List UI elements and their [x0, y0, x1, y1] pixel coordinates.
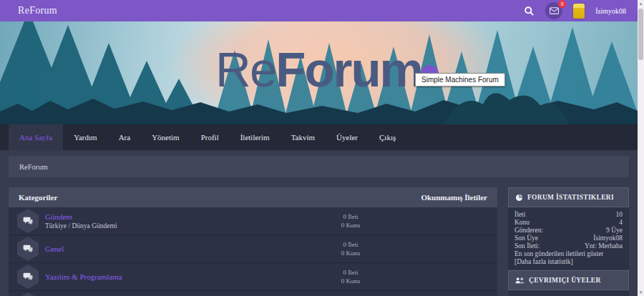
pie-chart-icon	[515, 194, 523, 202]
site-title-link[interactable]: ReForum	[18, 5, 57, 16]
board-description: Türkiye / Dünya Gündemi	[45, 222, 311, 230]
stat-row: Gönderen: 9 Üye	[514, 227, 623, 235]
board-icon-hex	[17, 292, 39, 296]
breadcrumb: ReForum	[9, 156, 629, 177]
nav-item-calendar[interactable]: Takvim	[280, 124, 326, 150]
chat-bubbles-icon	[23, 217, 33, 225]
stat-label: Konu	[514, 219, 530, 227]
board-stats: 0 İleti 0 Konu	[311, 240, 390, 257]
messages-button[interactable]: 0	[545, 2, 562, 19]
logo-text-bold: Forum	[275, 42, 422, 97]
scrollbar-thumb[interactable]	[638, 9, 643, 60]
page-scrollbar[interactable]: ▲ ▼	[638, 0, 644, 296]
nav-item-messages[interactable]: İletilerim	[230, 124, 280, 150]
board-row-yazilim: Yazılım & Programlama 0 İleti 0 Konu	[9, 263, 497, 291]
logo-text-light: Re	[215, 42, 275, 97]
unread-posts-link[interactable]: Okunmamış İletiler	[421, 193, 487, 202]
board-link[interactable]: Yazılım & Programlama	[45, 272, 311, 281]
categories-title: Kategoriler	[19, 193, 57, 202]
chat-bubbles-icon	[23, 272, 33, 281]
nav-item-members[interactable]: Üyeler	[326, 124, 369, 150]
stat-row: Son İleti: Ynt: Merhaba	[514, 242, 623, 250]
stat-value: 10	[616, 211, 623, 219]
stat-value[interactable]: Ynt: Merhaba	[585, 242, 623, 250]
online-users-header: ÇEVRIMIÇI ÜYELER	[508, 270, 629, 290]
category-header-bar: Kategoriler Okunmamış İletiler	[9, 187, 497, 207]
board-info: Yazılım & Programlama	[45, 272, 311, 281]
scroll-down-arrow[interactable]: ▼	[638, 289, 644, 296]
forum-stats-title: FORUM İSTATISTIKLERI	[527, 194, 614, 201]
stat-row: Konu 4	[514, 219, 623, 227]
stat-value: 9 Üye	[606, 227, 623, 235]
board-info: Gündem Türkiye / Dünya Gündemi	[45, 212, 311, 230]
board-topics-count: 0 Konu	[311, 221, 390, 230]
hero-banner: ReForum Simple Machines Forum	[0, 21, 638, 124]
board-topics-count: 0 Konu	[311, 249, 390, 257]
chat-bubbles-icon	[23, 245, 33, 253]
forum-stats-header: FORUM İSTATISTIKLERI	[508, 187, 629, 207]
stat-row: İleti 10	[514, 211, 623, 219]
board-icon-hex	[17, 209, 39, 233]
search-icon[interactable]	[524, 6, 535, 16]
nav-item-search[interactable]: Ara	[108, 124, 142, 150]
nav-item-profile[interactable]: Profil	[190, 124, 230, 150]
nav-item-home[interactable]: Ana Sayfa	[9, 124, 63, 150]
stat-label: Gönderen:	[514, 227, 543, 235]
topbar-actions: 0 İsimyok08	[524, 2, 626, 19]
board-stats: 0 İleti 0 Konu	[311, 268, 390, 285]
board-icon-hex	[17, 265, 39, 289]
board-row-partial: 0 İleti	[9, 291, 497, 296]
breadcrumb-link-home[interactable]: ReForum	[19, 163, 48, 171]
main-nav: Ana Sayfa Yardım Ara Yönetim Profil İlet…	[0, 124, 638, 150]
mail-icon	[550, 7, 559, 14]
board-row-gundem: Gündem Türkiye / Dünya Gündemi 0 İleti 0…	[9, 207, 497, 235]
logo-tooltip: Simple Machines Forum	[415, 73, 505, 87]
board-posts-count: 0 İleti	[311, 268, 390, 277]
board-stats: 0 İleti 0 Konu	[311, 212, 390, 230]
forum-logo: ReForum	[0, 45, 638, 94]
more-stats-link[interactable]: [Daha fazla istatistik]	[514, 258, 623, 266]
users-icon	[515, 277, 525, 284]
messages-badge: 0	[558, 0, 566, 8]
nav-item-logout[interactable]: Çıkış	[369, 124, 406, 150]
online-users-panel	[508, 290, 629, 296]
topbar: ReForum 0 İsimyok08	[0, 0, 638, 21]
username-link[interactable]: İsimyok08	[595, 7, 626, 15]
board-icon-hex	[17, 237, 39, 261]
forum-stats-panel: İleti 10 Konu 4 Gönderen: 9 Üye Son Üye …	[508, 207, 629, 270]
nav-item-admin[interactable]: Yönetim	[141, 124, 190, 150]
board-posts-count: 0 İleti	[311, 212, 390, 221]
stat-label: Son Üye	[514, 235, 538, 242]
category-panel: Gündem Türkiye / Dünya Gündemi 0 İleti 0…	[9, 207, 497, 296]
stat-value[interactable]: İsimyok08	[593, 235, 623, 242]
board-row-genel: Genel 0 İleti 0 Konu	[9, 235, 497, 263]
avatar[interactable]	[573, 4, 585, 19]
stat-label: İleti	[514, 211, 525, 219]
board-link[interactable]: Genel	[45, 245, 311, 253]
scroll-up-arrow[interactable]: ▲	[638, 0, 644, 7]
board-topics-count: 0 Konu	[311, 277, 390, 285]
stat-value: 4	[619, 219, 623, 227]
recent-posts-link[interactable]: En son gönderilen iletileri göster	[514, 250, 623, 258]
nav-item-help[interactable]: Yardım	[63, 124, 108, 150]
board-posts-count: 0 İleti	[311, 240, 390, 249]
online-users-title: ÇEVRIMIÇI ÜYELER	[529, 277, 601, 284]
stat-row: Son Üye İsimyok08	[514, 235, 623, 242]
stat-label: Son İleti:	[514, 242, 540, 250]
board-info: Genel	[45, 245, 311, 253]
board-link[interactable]: Gündem	[45, 212, 311, 221]
